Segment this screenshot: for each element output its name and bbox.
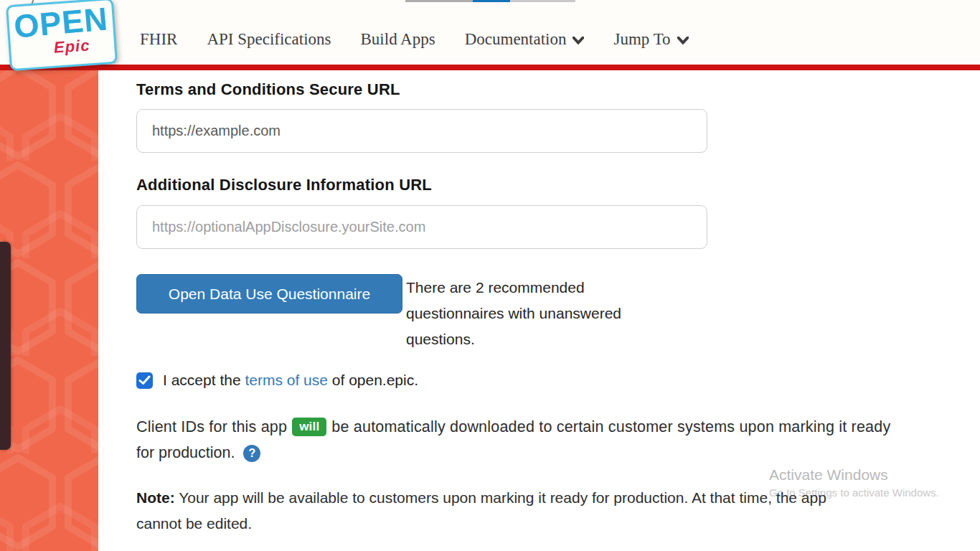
open-sign: OPEN Epic <box>6 0 118 71</box>
side-panel-handle[interactable] <box>0 242 11 450</box>
disclosure-url-input[interactable] <box>136 205 707 249</box>
nav-label: API Specifications <box>207 30 331 49</box>
top-navbar: FHIR API Specifications Build Apps Docum… <box>0 0 980 65</box>
nav-item-api-specifications[interactable]: API Specifications <box>207 30 331 49</box>
note-text-line1: Note: Your app will be available to cust… <box>136 489 826 507</box>
nav-label: Documentation <box>465 30 567 49</box>
nav-label: Build Apps <box>361 30 435 49</box>
help-icon[interactable]: ? <box>243 445 260 462</box>
nav-item-fhir[interactable]: FHIR <box>140 30 177 49</box>
form-content: Terms and Conditions Secure URL Addition… <box>98 70 980 551</box>
note-label: Note: <box>136 489 175 506</box>
note-text-line2: cannot be edited. <box>136 515 252 532</box>
disclosure-url-label: Additional Disclosure Information URL <box>136 176 432 194</box>
nav-item-documentation[interactable]: Documentation <box>465 30 585 49</box>
terms-accept-checkbox[interactable] <box>136 372 153 389</box>
open-data-use-questionnaire-button[interactable]: Open Data Use Questionnaire <box>136 274 402 314</box>
tab-underline <box>405 0 575 2</box>
terms-url-input[interactable] <box>136 109 707 153</box>
accept-text-after: of open.epic. <box>328 372 418 388</box>
chevron-down-icon <box>677 37 689 44</box>
nav-item-build-apps[interactable]: Build Apps <box>361 30 435 49</box>
hexagon-pattern <box>0 70 98 551</box>
page: FHIR API Specifications Build Apps Docum… <box>0 0 980 551</box>
client-ids-after: be automatically downloaded to certain c… <box>331 418 890 435</box>
nav-item-jump-to[interactable]: Jump To <box>613 30 688 49</box>
will-badge: will <box>292 418 326 436</box>
watermark-line1: Activate Windows <box>769 466 939 484</box>
tab-underline-segment <box>405 0 473 2</box>
sidebar-decoration <box>0 70 98 551</box>
checkmark-icon <box>138 375 151 385</box>
questionnaire-status-text: There are 2 recommended questionnaires w… <box>406 275 661 352</box>
client-ids-text-line1: Client IDs for this appwillbe automatica… <box>136 418 890 436</box>
main-nav: FHIR API Specifications Build Apps Docum… <box>140 30 689 49</box>
tab-active-indicator <box>473 0 510 2</box>
accept-text-before: I accept the <box>163 372 245 388</box>
terms-url-label: Terms and Conditions Secure URL <box>136 80 400 99</box>
client-ids-text-line2: for production. ? <box>136 444 260 462</box>
terms-accept-text: I accept the terms of use of open.epic. <box>163 372 418 389</box>
client-ids-before: Client IDs for this app <box>136 418 287 435</box>
client-ids-line2-text: for production. <box>136 444 235 462</box>
terms-of-use-link[interactable]: terms of use <box>245 372 328 388</box>
nav-label: FHIR <box>140 30 177 49</box>
note-body: Your app will be available to customers … <box>175 489 826 506</box>
chevron-down-icon <box>573 37 584 44</box>
header-divider <box>0 65 980 70</box>
open-epic-logo[interactable]: OPEN Epic <box>3 0 121 72</box>
terms-accept-row: I accept the terms of use of open.epic. <box>136 372 418 389</box>
nav-label: Jump To <box>613 30 670 49</box>
